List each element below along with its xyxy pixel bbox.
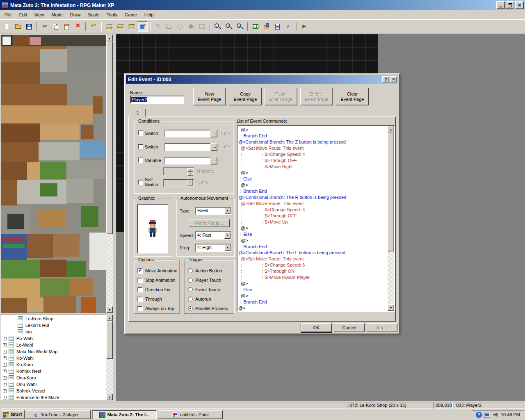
action-button-radio[interactable] — [188, 268, 193, 273]
event-command-line[interactable]: : Else — [238, 176, 387, 182]
map-tree-item-lekori-s-hut[interactable]: Lekori's Hut — [0, 322, 106, 329]
expand-icon[interactable]: + — [3, 363, 7, 367]
scroll-down-icon[interactable] — [106, 394, 113, 400]
event-command-line[interactable]: : : $>Change Speed: 6 — [238, 262, 387, 268]
tileset-tile[interactable] — [66, 261, 86, 277]
variable-condition-browse-button[interactable]: ... — [211, 157, 217, 164]
taskbar-button-mata-zuto-2-the-i-[interactable]: Mata Zuto 2: The I... — [92, 410, 157, 419]
switch-condition-1-input[interactable] — [164, 130, 210, 137]
map-tree-item-onu-wahi[interactable]: +Onu-Wahi — [0, 381, 106, 388]
tileset-tile[interactable] — [1, 278, 40, 298]
move-animation-checkbox[interactable] — [137, 268, 143, 274]
movement-freq-select[interactable]: 4: High — [195, 244, 231, 252]
menu-scale[interactable]: Scale — [84, 11, 103, 18]
event-touch-radio[interactable] — [188, 287, 193, 292]
map-tree-item-entrance-to-the-maze[interactable]: +Entrance to the Maze — [0, 394, 106, 400]
spinner-arrows[interactable] — [187, 168, 193, 174]
tileset-tile[interactable] — [3, 237, 25, 242]
commands-scroll-thumb[interactable] — [388, 132, 394, 251]
map-tree-item-le-koro-shop[interactable]: Le-Koro Shop — [0, 315, 106, 322]
switch-condition-1-checkbox[interactable] — [138, 130, 143, 136]
menu-edit[interactable]: Edit — [16, 11, 31, 18]
scroll-down-icon[interactable] — [106, 306, 113, 313]
move-route-button[interactable]: Move Route... — [189, 219, 230, 227]
menu-mode[interactable]: Mode — [48, 11, 66, 18]
layer-3-button[interactable] — [126, 21, 137, 32]
map-tree-item-le-wahi[interactable]: +Le-Wahi — [0, 342, 106, 348]
paste-button[interactable] — [62, 21, 72, 32]
event-commands-list[interactable]: @> : Branch End@>Conditional Branch: The… — [237, 125, 395, 312]
chevron-down-icon[interactable] — [224, 232, 231, 239]
help-tray-icon[interactable] — [476, 412, 482, 418]
cancel-button[interactable]: Cancel — [334, 323, 365, 332]
new-event-page-button[interactable]: New Event Page — [193, 88, 226, 105]
tileset-tile[interactable] — [81, 297, 96, 313]
event-command-line[interactable]: @> — [238, 170, 387, 176]
delete-button[interactable] — [73, 21, 83, 32]
stop-animation-checkbox[interactable] — [137, 278, 143, 283]
event-command-line[interactable]: @>Set Move Route: This event — [238, 201, 387, 207]
tileset-selected-tile[interactable] — [2, 36, 11, 46]
event-command-line[interactable]: @>Set Move Route: This event — [238, 256, 387, 262]
dialog-help-button[interactable]: ? — [382, 76, 389, 82]
variable-condition-checkbox[interactable] — [138, 158, 143, 163]
tileset-tile[interactable] — [1, 62, 40, 84]
minimize-button[interactable] — [496, 1, 505, 9]
event-command-line[interactable]: @>Set Move Route: This event — [238, 145, 387, 151]
start-button[interactable]: Start — [1, 410, 25, 419]
tileset-tile[interactable] — [40, 183, 57, 196]
tileset-tile[interactable] — [70, 278, 93, 296]
spinner-up-icon[interactable] — [187, 168, 193, 172]
map-tree-item-po-wahi[interactable]: +Po-Wahi — [0, 335, 106, 342]
menu-tools[interactable]: Tools — [103, 11, 121, 18]
tileset-tile[interactable] — [13, 35, 29, 46]
tileset-palette[interactable] — [1, 35, 106, 313]
tileset-tile[interactable] — [81, 125, 94, 139]
event-layer-button[interactable] — [137, 21, 148, 32]
tileset-tile[interactable] — [40, 278, 70, 297]
event-command-line[interactable]: @>Conditional Branch: The Z button is be… — [238, 139, 387, 145]
tileset-tile[interactable] — [1, 162, 27, 180]
tileset-tile[interactable] — [81, 206, 98, 227]
event-command-line[interactable]: : : $>Change Speed: 4 — [238, 207, 387, 213]
tileset-tile[interactable] — [80, 141, 105, 158]
volume-tray-icon[interactable] — [492, 412, 498, 418]
clear-event-page-button[interactable]: Clear Event Page — [336, 88, 369, 105]
event-command-line[interactable]: : : $>Through OFF — [238, 213, 387, 219]
self-switch-select[interactable] — [163, 179, 194, 187]
through-checkbox[interactable] — [137, 297, 143, 302]
event-command-line[interactable]: @>Conditional Branch: The R button is be… — [238, 194, 387, 201]
expand-icon[interactable]: + — [3, 383, 7, 386]
event-name-input[interactable]: Player2 — [130, 96, 184, 104]
expand-icon[interactable]: + — [3, 376, 7, 380]
menu-draw[interactable]: Draw — [66, 11, 84, 18]
save-button[interactable] — [24, 21, 34, 32]
dialog-titlebar[interactable]: Edit Event - ID:003 ? × — [126, 75, 398, 84]
menu-view[interactable]: View — [31, 11, 48, 18]
autorun-radio[interactable] — [188, 297, 193, 301]
event-command-line[interactable]: @>Conditional Branch: The L button is be… — [238, 250, 387, 256]
event-command-line[interactable]: @> — [238, 127, 387, 133]
tileset-scroll-thumb[interactable] — [106, 41, 113, 234]
event-command-line[interactable]: : : $>Move toward Player — [238, 274, 387, 281]
zoom-1-4-button[interactable] — [235, 21, 245, 32]
chevron-down-icon[interactable] — [224, 208, 231, 214]
close-button[interactable]: × — [515, 1, 524, 9]
tileset-tile[interactable] — [53, 234, 80, 257]
event-command-line[interactable]: @> — [238, 281, 387, 287]
tileset-tile[interactable] — [1, 180, 17, 205]
taskbar-button-youtube-2-player-[interactable]: YouTube - 2-player ... — [26, 410, 91, 419]
map-tree-item-ko-wahi[interactable]: +Ko-Wahi — [0, 355, 106, 361]
event-command-line[interactable]: @> — [238, 305, 387, 311]
tileset-tile[interactable] — [27, 162, 40, 180]
event-command-line[interactable]: : : $>Through ON — [238, 268, 387, 274]
parallel-process-radio[interactable] — [188, 306, 193, 311]
map-tree-item-ko-koro[interactable]: +Ko-Koro — [0, 361, 106, 368]
switch-condition-2-input[interactable] — [164, 143, 210, 151]
menu-game[interactable]: Game — [121, 11, 141, 18]
zoom-1-1-button[interactable] — [212, 21, 223, 32]
player-touch-radio[interactable] — [188, 278, 193, 283]
tileset-tile[interactable] — [40, 162, 66, 179]
tileset-scrollbar[interactable] — [106, 35, 113, 313]
expand-icon[interactable]: + — [3, 370, 7, 373]
